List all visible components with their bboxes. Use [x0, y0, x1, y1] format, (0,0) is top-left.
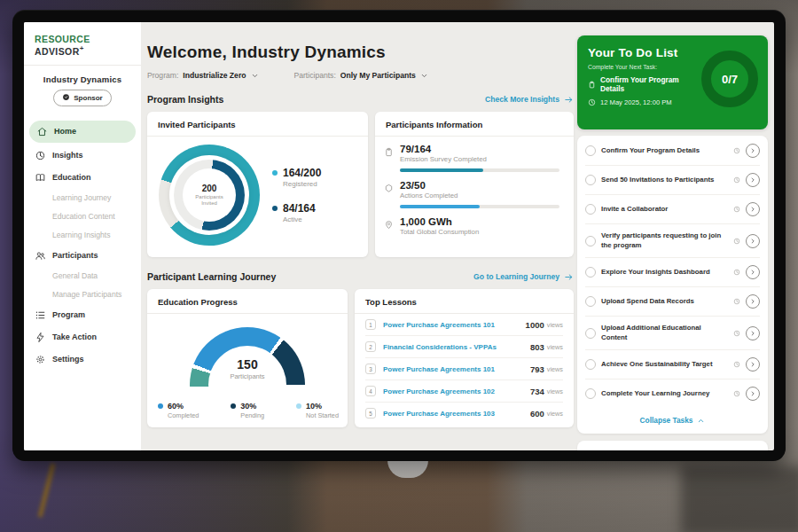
task-row-invite-collaborator[interactable]: Invite a Collaborator — [585, 195, 760, 224]
legend-dot — [231, 403, 236, 409]
task-row-explore-insights[interactable]: Explore Your Insights Dashboard — [585, 258, 760, 287]
book-icon — [35, 172, 46, 184]
sidebar-item-label: Learning Insights — [52, 231, 110, 239]
lesson-link[interactable]: Power Purchase Agreements 101 — [383, 365, 530, 373]
clock-icon — [733, 269, 740, 276]
sidebar-item-take-action[interactable]: Take Action — [24, 326, 141, 348]
recent-news-card: Recent News — [577, 441, 768, 450]
task-open-button[interactable] — [746, 173, 760, 187]
task-checkbox[interactable] — [585, 388, 596, 399]
task-checkbox[interactable] — [585, 296, 596, 307]
task-open-button[interactable] — [746, 294, 760, 309]
task-row-send-invitations[interactable]: Send 50 Invitations to Participants — [585, 166, 760, 195]
task-row-verify-participants[interactable]: Verify participants requesting to join t… — [585, 224, 760, 258]
stat-label: Actions Completed — [400, 192, 458, 200]
task-row-upload-educational-content[interactable]: Upload Additional Educational Content — [585, 317, 760, 350]
chevron-right-icon — [749, 147, 756, 154]
logo-resource: RESOURCE — [35, 34, 90, 44]
gauge-center-value: 150 — [190, 357, 305, 372]
task-checkbox[interactable] — [585, 175, 596, 185]
todo-counter: 0/7 — [722, 73, 738, 86]
sidebar-item-home[interactable]: Home — [29, 121, 136, 143]
task-open-button[interactable] — [746, 387, 760, 401]
legend-pct: 10% — [306, 402, 339, 411]
lesson-link[interactable]: Power Purchase Agreements 102 — [383, 387, 530, 395]
lesson-rank: 1 — [365, 319, 376, 330]
stat-label: Emission Survey Completed — [400, 155, 487, 163]
task-checkbox[interactable] — [585, 204, 596, 215]
invited-legend: 164/200 Registered 84/164 Active — [272, 167, 321, 223]
task-label: Upload Spend Data Records — [601, 297, 728, 307]
views-label: views — [547, 410, 563, 418]
task-row-complete-learning-journey[interactable]: Complete Your Learning Journey — [585, 379, 760, 408]
task-row-upload-spend-data[interactable]: Upload Spend Data Records — [585, 287, 760, 317]
chevron-right-icon — [749, 298, 756, 305]
task-open-button[interactable] — [746, 326, 760, 340]
sidebar-item-learning-journey[interactable]: Learning Journey — [24, 189, 141, 207]
sidebar-item-manage-participants[interactable]: Manage Participants — [24, 286, 141, 304]
sidebar-item-insights[interactable]: Insights — [24, 145, 141, 167]
participants-filter[interactable]: Participants: Only My Participants — [294, 71, 428, 80]
learning-journey-header: Participant Learning Journey Go to Learn… — [147, 271, 574, 282]
task-label: Send 50 Invitations to Participants — [601, 176, 728, 185]
task-row-confirm-program-details[interactable]: Confirm Your Program Details — [585, 137, 760, 166]
chevron-right-icon — [749, 206, 756, 213]
clock-icon — [733, 390, 740, 397]
task-label: Achieve One Sustainability Target — [601, 360, 728, 370]
task-open-button[interactable] — [746, 144, 760, 158]
sponsor-badge[interactable]: Sponsor — [53, 90, 112, 106]
task-open-button[interactable] — [746, 265, 760, 279]
sidebar-item-label: Participants — [52, 251, 98, 260]
collapse-tasks-link[interactable]: Collapse Tasks — [585, 408, 760, 433]
chevron-right-icon — [749, 238, 756, 245]
task-checkbox[interactable] — [585, 328, 596, 339]
lesson-rank: 2 — [365, 341, 376, 352]
legend-label: Pending — [240, 411, 264, 419]
task-open-button[interactable] — [746, 202, 760, 216]
lesson-link[interactable]: Power Purchase Agreements 103 — [383, 410, 530, 418]
sidebar-item-program[interactable]: Program — [24, 304, 141, 326]
legend-label: Registered — [283, 180, 321, 188]
clock-icon — [733, 176, 740, 184]
legend-value: 164/200 — [283, 167, 321, 179]
views-label: views — [547, 365, 563, 373]
recent-news-title: Recent News — [588, 450, 757, 450]
dashboard-screen: RESOURCE ADVISOR+ Industry Dynamics Spon… — [24, 22, 774, 450]
lesson-link[interactable]: Power Purchase Agreements 101 — [383, 321, 526, 329]
go-to-learning-journey-link[interactable]: Go to Learning Journey — [473, 272, 574, 282]
invited-chart-area: 200 Participants Invited 164/200 Registe… — [147, 137, 368, 254]
stat-value: 1,000 GWh — [400, 216, 479, 227]
task-checkbox[interactable] — [585, 236, 596, 246]
filters-row: Program: Industrialize Zero Participants… — [147, 71, 574, 80]
todo-summary-card: Your To Do List Complete Your Next Task:… — [577, 35, 768, 129]
sidebar-item-learning-insights[interactable]: Learning Insights — [24, 226, 141, 245]
legend-value: 84/164 — [283, 202, 316, 215]
task-open-button[interactable] — [746, 357, 760, 372]
legend-pct: 30% — [240, 402, 264, 411]
legend-registered: 164/200 Registered — [272, 167, 321, 188]
sidebar-item-education-content[interactable]: Education Content — [24, 207, 141, 226]
sidebar-item-settings[interactable]: Settings — [24, 348, 141, 371]
check-more-insights-link[interactable]: Check More Insights — [485, 95, 574, 105]
sidebar-item-education[interactable]: Education — [24, 167, 141, 189]
task-checkbox[interactable] — [585, 359, 596, 370]
card-title: Top Lessons — [355, 289, 574, 314]
sidebar-item-participants[interactable]: Participants — [24, 245, 141, 267]
legend-label: Active — [283, 215, 316, 223]
people-icon — [35, 250, 46, 262]
sidebar-item-general-data[interactable]: General Data — [24, 267, 141, 286]
task-row-achieve-sustainability-target[interactable]: Achieve One Sustainability Target — [585, 350, 760, 379]
task-checkbox[interactable] — [585, 145, 596, 156]
lesson-row: 3 Power Purchase Agreements 101 793 view… — [365, 358, 563, 380]
lesson-rank: 3 — [365, 364, 376, 374]
task-checkbox[interactable] — [585, 267, 596, 278]
insights-cards-row: Invited Participants 200 Participants In… — [147, 112, 574, 257]
lesson-link[interactable]: Financial Considerations - VPPAs — [383, 343, 530, 351]
legend-dot — [158, 403, 163, 409]
progress-fill — [400, 205, 480, 208]
task-open-button[interactable] — [746, 234, 760, 248]
task-label: Verify participants requesting to join t… — [601, 231, 728, 250]
program-filter[interactable]: Program: Industrialize Zero — [147, 71, 259, 80]
org-name: Industry Dynamics — [24, 74, 141, 84]
chevron-down-icon — [251, 72, 259, 80]
